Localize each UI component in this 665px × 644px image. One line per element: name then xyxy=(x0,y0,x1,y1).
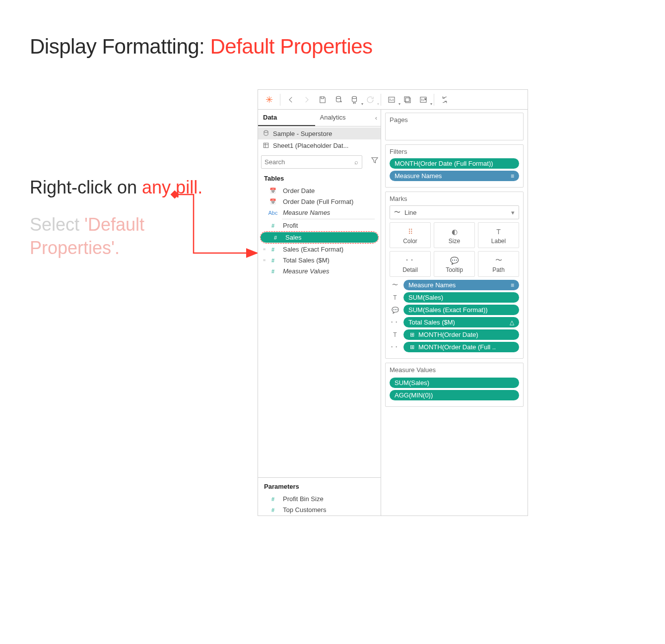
field-sales-exact[interactable]: #Sales (Exact Format) xyxy=(258,244,381,255)
mark-row: 〜Measure Names≡ xyxy=(390,280,519,290)
field-sales[interactable]: #Sales xyxy=(261,232,378,243)
mark-tooltip-button[interactable]: 💬Tooltip xyxy=(434,251,475,277)
number-icon: # xyxy=(267,223,279,229)
pause-updates-button[interactable] xyxy=(347,92,362,107)
search-input[interactable] xyxy=(262,156,351,168)
mv-pill-agg-min0[interactable]: AGG(MIN(0)) xyxy=(390,390,519,400)
marks-title: Marks xyxy=(390,195,519,202)
date-icon: 📅 xyxy=(267,198,279,205)
refresh-button[interactable] xyxy=(363,92,378,107)
mark-card-label: Size xyxy=(434,238,474,245)
mark-path-button[interactable]: 〜Path xyxy=(478,251,519,277)
pill-label: Measure Names xyxy=(408,281,508,289)
mark-size-button[interactable]: ◐Size xyxy=(434,222,475,248)
mark-card-label: Label xyxy=(478,238,519,245)
field-label: Measure Names xyxy=(283,209,377,216)
instr1b: any pill. xyxy=(142,177,202,197)
mark-pill-total-sales[interactable]: Total Sales ($M)△ xyxy=(403,317,519,327)
number-icon: # xyxy=(267,507,279,513)
mark-pill-sum-sales-exact[interactable]: SUM(Sales (Exact Format)) xyxy=(403,305,519,315)
tab-data[interactable]: Data xyxy=(258,110,315,126)
number-calc-icon: # xyxy=(267,247,279,253)
marks-card: Marks 〜 Line ▾ ⠿Color ◐Size TLabel ⠂⠂Det… xyxy=(385,192,524,359)
mark-card-label: Path xyxy=(478,266,519,273)
new-datasource-button[interactable] xyxy=(331,92,346,107)
clear-sheet-button[interactable] xyxy=(416,92,431,107)
side-tabs: Data Analytics ‹ xyxy=(258,110,381,127)
field-label: Order Date (Full Format) xyxy=(283,198,377,205)
pill-label: Total Sales ($M) xyxy=(408,319,507,326)
toolbar: ✳ xyxy=(258,90,528,110)
back-button[interactable] xyxy=(283,92,298,107)
datasource-item[interactable]: Sheet1 (Placeholder Dat... xyxy=(258,139,381,151)
instr2a: Select xyxy=(30,214,84,235)
mark-pill-month-orderdate[interactable]: ⊞MONTH(Order Date) xyxy=(403,329,519,340)
mark-row: T⊞MONTH(Order Date) xyxy=(390,329,519,340)
mark-type-select[interactable]: 〜 Line ▾ xyxy=(390,205,519,219)
number-icon: # xyxy=(267,496,279,502)
filters-shelf[interactable]: Filters MONTH(Order Date (Full Format)) … xyxy=(385,144,524,188)
tooltip-icon: 💬 xyxy=(390,307,400,314)
field-divider xyxy=(282,219,375,219)
field-label: Sales xyxy=(285,234,374,241)
mv-pill-sum-sales[interactable]: SUM(Sales) xyxy=(390,378,519,388)
field-measure-values[interactable]: #Measure Values xyxy=(258,266,381,276)
mark-pill-measure-names[interactable]: Measure Names≡ xyxy=(403,280,519,290)
filter-icon[interactable] xyxy=(370,156,379,166)
detail-icon: ⠂⠂ xyxy=(390,256,430,265)
datasource-label: Sample - Superstore xyxy=(273,130,332,137)
search-icon: ⌕ xyxy=(351,158,362,166)
field-label: Order Date xyxy=(283,187,377,194)
field-order-date-full[interactable]: 📅Order Date (Full Format) xyxy=(258,196,381,207)
save-button[interactable] xyxy=(315,92,330,107)
svg-point-3 xyxy=(352,96,357,99)
duplicate-sheet-button[interactable] xyxy=(400,92,415,107)
plus-icon: ⊞ xyxy=(408,344,415,350)
mark-card-label: Detail xyxy=(390,266,430,273)
number-icon: # xyxy=(267,268,279,274)
mark-pill-sum-sales[interactable]: SUM(Sales) xyxy=(403,292,519,303)
date-icon: 📅 xyxy=(267,188,279,194)
mark-label-button[interactable]: TLabel xyxy=(478,222,519,248)
measure-values-shelf[interactable]: Measure Values SUM(Sales) AGG(MIN(0)) xyxy=(385,363,524,407)
shelves-area: Pages Filters MONTH(Order Date (Full For… xyxy=(381,110,528,515)
field-total-sales[interactable]: #Total Sales ($M) xyxy=(258,255,381,265)
datasource-item[interactable]: Sample - Superstore xyxy=(258,128,381,139)
tab-analytics[interactable]: Analytics xyxy=(315,110,372,126)
svg-rect-9 xyxy=(264,143,268,147)
field-order-date[interactable]: 📅Order Date xyxy=(258,186,381,196)
mark-type-label: Line xyxy=(404,209,417,216)
field-measure-names[interactable]: AbcMeasure Names xyxy=(258,207,381,218)
number-icon: # xyxy=(269,235,281,241)
filters-title: Filters xyxy=(390,148,519,155)
collapse-pane-button[interactable]: ‹ xyxy=(372,110,381,126)
field-label: Total Sales ($M) xyxy=(283,257,377,264)
pill-label: Measure Names xyxy=(395,172,508,180)
param-label: Top Customers xyxy=(283,506,377,514)
swap-rows-columns-button[interactable] xyxy=(437,92,452,107)
datasource-label: Sheet1 (Placeholder Dat... xyxy=(273,142,348,149)
param-top-customers[interactable]: #Top Customers xyxy=(258,505,381,515)
instruction-step-2: Select 'Default Properties'. xyxy=(30,213,228,260)
field-profit[interactable]: #Profit xyxy=(258,220,381,231)
delta-icon: △ xyxy=(510,319,514,326)
param-profit-bin[interactable]: #Profit Bin Size xyxy=(258,494,381,504)
field-search[interactable]: ⌕ xyxy=(261,155,362,169)
toolbar-sep xyxy=(280,94,280,106)
mark-pill-month-orderdate-full[interactable]: ⊞MONTH(Order Date (Full .. xyxy=(403,342,519,352)
line-icon: 〜 xyxy=(394,208,400,217)
data-pane: Data Analytics ‹ Sample - Superstore She… xyxy=(258,110,381,515)
forward-button[interactable] xyxy=(299,92,314,107)
pages-shelf[interactable]: Pages xyxy=(385,113,524,140)
instruction-step-1: Right-click on any pill. xyxy=(30,176,228,199)
mark-row: TSUM(Sales) xyxy=(390,292,519,303)
mark-color-button[interactable]: ⠿Color xyxy=(390,222,431,248)
filter-pill-month[interactable]: MONTH(Order Date (Full Format)) xyxy=(390,158,519,169)
label-icon: T xyxy=(478,227,519,237)
new-worksheet-button[interactable] xyxy=(384,92,399,107)
text-icon: Abc xyxy=(267,210,279,216)
filter-pill-measure-names[interactable]: Measure Names≡ xyxy=(390,171,519,181)
color-icon: ⠿ xyxy=(390,227,430,237)
detail-icon: ⠂⠂ xyxy=(390,344,400,351)
mark-detail-button[interactable]: ⠂⠂Detail xyxy=(390,251,431,277)
